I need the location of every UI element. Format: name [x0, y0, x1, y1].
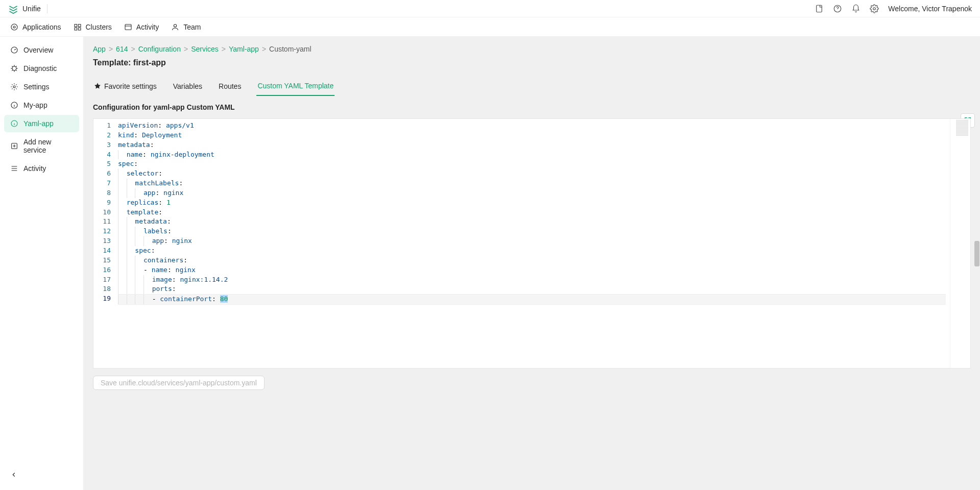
topnav-activity[interactable]: Activity: [118, 17, 165, 36]
code-line[interactable]: name: nginx-deployment: [118, 150, 946, 160]
code-line[interactable]: selector:: [118, 169, 946, 179]
sidebar-item-activity[interactable]: Activity: [4, 160, 79, 177]
sidebar-item-diagnostic[interactable]: Diagnostic: [4, 60, 79, 77]
code-line[interactable]: ports:: [118, 284, 946, 294]
svg-rect-0: [817, 5, 822, 12]
sidebar-item-label: My-app: [23, 101, 47, 109]
topnav-label: Activity: [136, 23, 159, 31]
tab-label: Variables: [173, 82, 202, 90]
topnav-applications[interactable]: Applications: [4, 17, 67, 36]
code-line[interactable]: spec:: [118, 159, 946, 169]
line-number: 5: [93, 159, 111, 169]
code-line[interactable]: - name: nginx: [118, 265, 946, 275]
line-number: 17: [93, 275, 111, 285]
topnav-team[interactable]: Team: [165, 17, 207, 36]
line-number: 8: [93, 188, 111, 198]
svg-rect-6: [78, 24, 81, 27]
code-line[interactable]: metadata:: [118, 140, 946, 150]
line-number: 7: [93, 179, 111, 188]
gear-icon[interactable]: [870, 4, 879, 13]
code-line[interactable]: labels:: [118, 227, 946, 236]
bell-icon[interactable]: [851, 4, 861, 13]
help-icon[interactable]: [833, 4, 842, 13]
info-icon: [10, 119, 18, 128]
code-line[interactable]: apiVersion: apps/v1: [118, 121, 946, 131]
code-line[interactable]: spec:: [118, 246, 946, 256]
editor-code[interactable]: apiVersion: apps/v1kind: Deploymentmetad…: [114, 119, 950, 368]
code-line[interactable]: app: nginx: [118, 188, 946, 198]
breadcrumb-item[interactable]: 614: [116, 45, 128, 53]
gauge-icon: [10, 46, 18, 54]
editor-minimap[interactable]: [950, 119, 970, 368]
breadcrumb-item: Custom-yaml: [269, 45, 311, 53]
brand-name: Unifie: [22, 5, 41, 13]
tab-variables[interactable]: Variables: [172, 77, 203, 95]
sidebar-item-add-new-service[interactable]: Add new service: [4, 133, 79, 159]
app-header: Unifie Welcome, Victor Trapenok: [0, 0, 980, 17]
bug-icon: [10, 64, 18, 72]
line-number: 9: [93, 198, 111, 208]
svg-rect-5: [75, 24, 77, 27]
code-line[interactable]: containers:: [118, 256, 946, 265]
line-number: 11: [93, 217, 111, 227]
breadcrumb-item[interactable]: Yaml-app: [229, 45, 259, 53]
sidebar-collapse-button[interactable]: [2, 465, 81, 486]
section-title: Configuration for yaml-app Custom YAML: [93, 103, 971, 111]
footer: Save unifie.cloud/services/yaml-app/cust…: [84, 369, 980, 397]
line-number: 18: [93, 284, 111, 294]
sidebar-item-overview[interactable]: Overview: [4, 41, 79, 59]
main-scrollbar[interactable]: [973, 37, 980, 490]
svg-rect-9: [125, 24, 131, 30]
page-icon[interactable]: [815, 4, 824, 13]
breadcrumb-separator: >: [222, 45, 226, 53]
code-line[interactable]: template:: [118, 208, 946, 217]
code-editor[interactable]: 12345678910111213141516171819 apiVersion…: [93, 118, 971, 369]
code-line[interactable]: - containerPort: 80: [118, 294, 946, 305]
sidebar-item-label: Diagnostic: [23, 64, 57, 72]
unifie-logo-icon: [8, 4, 18, 14]
brand-logo[interactable]: Unifie: [8, 4, 41, 14]
line-number: 4: [93, 150, 111, 160]
line-number: 14: [93, 246, 111, 256]
breadcrumb-separator: >: [109, 45, 113, 53]
breadcrumb-item[interactable]: Services: [191, 45, 219, 53]
main-content: App>614>Configuration>Services>Yaml-app>…: [84, 37, 980, 490]
sidebar: Overview Diagnostic Settings My-app Yaml…: [0, 37, 84, 490]
list-icon: [10, 164, 18, 173]
welcome-user[interactable]: Welcome, Victor Trapenok: [888, 5, 972, 13]
breadcrumb-separator: >: [262, 45, 266, 53]
gear-icon: [10, 83, 18, 91]
plus-square-icon: [10, 142, 18, 150]
code-line[interactable]: image: nginx:1.14.2: [118, 275, 946, 285]
chevron-left-icon: [10, 471, 17, 478]
tab-label: Favorite settings: [104, 82, 157, 90]
info-icon: [10, 101, 18, 109]
code-line[interactable]: matchLabels:: [118, 179, 946, 188]
line-number: 2: [93, 131, 111, 140]
code-line[interactable]: metadata:: [118, 217, 946, 227]
line-number: 15: [93, 256, 111, 265]
breadcrumb-item[interactable]: App: [93, 45, 106, 53]
save-button[interactable]: Save unifie.cloud/services/yaml-app/cust…: [93, 376, 265, 390]
line-number: 10: [93, 208, 111, 217]
tab-routes[interactable]: Routes: [218, 77, 242, 95]
tab-custom-yaml-template[interactable]: Custom YAML Template: [256, 77, 334, 96]
editor-gutter: 12345678910111213141516171819: [93, 119, 114, 368]
sidebar-item-label: Yaml-app: [23, 119, 54, 128]
topnav-clusters[interactable]: Clusters: [67, 17, 118, 36]
svg-point-3: [13, 26, 15, 28]
breadcrumb-separator: >: [131, 45, 135, 53]
sidebar-item-settings[interactable]: Settings: [4, 78, 79, 95]
line-number: 6: [93, 169, 111, 179]
sidebar-item-my-app[interactable]: My-app: [4, 96, 79, 114]
tab-favorite-settings[interactable]: Favorite settings: [93, 77, 158, 96]
code-line[interactable]: replicas: 1: [118, 198, 946, 208]
breadcrumb-item[interactable]: Configuration: [138, 45, 181, 53]
minimap-content: [956, 120, 968, 136]
code-line[interactable]: kind: Deployment: [118, 131, 946, 140]
line-number: 13: [93, 236, 111, 246]
svg-rect-8: [78, 28, 81, 30]
code-line[interactable]: app: nginx: [118, 236, 946, 246]
scrollbar-thumb[interactable]: [974, 241, 979, 266]
sidebar-item-yaml-app[interactable]: Yaml-app: [4, 115, 79, 132]
